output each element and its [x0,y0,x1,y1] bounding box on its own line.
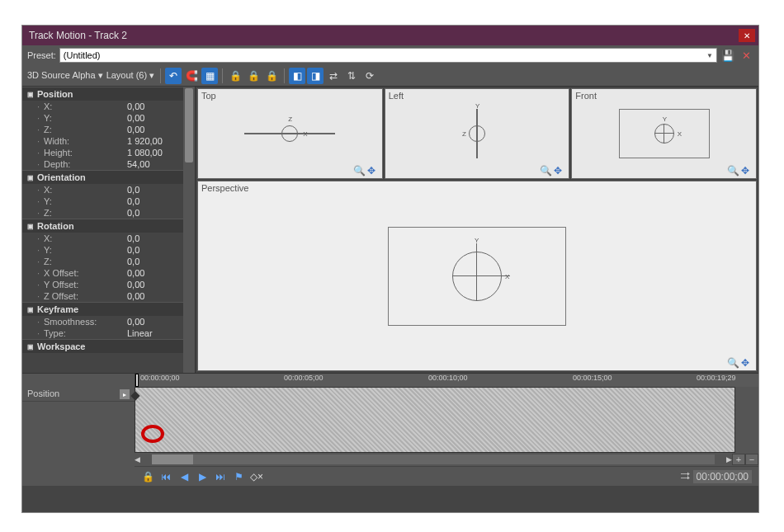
move-icon[interactable]: ✥ [741,165,753,177]
timeline-hscroll[interactable]: ◀ ▶ + − [135,453,758,466]
move-icon[interactable]: ✥ [367,165,379,177]
prop-width[interactable]: ·Width:1 920,00 [22,135,183,147]
timeline-footer: 🔒 ⏮ ◀ ▶ ⏭ ⚑ ◇× ⮆ 00:00:00;00 [135,466,758,486]
main-area: ▣Position ·X:0,00 ·Y:0,00 ·Z:0,00 ·Width… [22,87,758,373]
timeline-labels: Position ▸ [22,387,135,453]
preset-label: Preset: [27,50,56,60]
prop-zoff[interactable]: ·Z Offset:0,00 [22,290,183,302]
delete-preset-icon[interactable]: ✕ [739,48,753,63]
aspect-icon[interactable]: ◨ [307,68,324,84]
cursor-sync-icon[interactable]: ⮆ [680,471,690,483]
lock-toggle-icon[interactable]: 🔒 [141,470,154,483]
timeline-ruler[interactable]: 00:00:00;00 00:00:05;00 00:00:10;00 00:0… [135,374,758,387]
properties-panel: ▣Position ·X:0,00 ·Y:0,00 ·Z:0,00 ·Width… [22,87,196,373]
zoom-in-button[interactable]: + [732,454,745,465]
rotation-header[interactable]: ▣Rotation [22,219,183,233]
prop-type[interactable]: ·Type:Linear [22,327,183,339]
orientation-header[interactable]: ▣Orientation [22,170,183,184]
snap-icon[interactable]: 🧲 [183,68,200,84]
sidebar-scrollbar[interactable] [183,87,195,373]
keyframe-flag-icon[interactable]: ⚑ [232,470,245,483]
flip-h-icon[interactable]: ⇄ [325,68,342,84]
mode-dropdown[interactable]: 3D Source Alpha ▾ [27,70,103,81]
prop-rx[interactable]: ·X:0,0 [22,233,183,244]
prop-rz[interactable]: ·Z:0,0 [22,256,183,267]
window-title: Track Motion - Track 2 [29,30,739,41]
viewport-front[interactable]: Front Y X 🔍✥ [571,88,757,179]
timeline-vscroll[interactable] [747,387,758,453]
next-keyframe-icon[interactable]: ▶ [196,470,209,483]
timeline-track[interactable] [135,387,735,453]
prop-smooth[interactable]: ·Smoothness:0,00 [22,316,183,327]
viewports: Top Z X 🔍✥ Left Z Y [196,87,758,373]
prop-height[interactable]: ·Height:1 080,00 [22,147,183,158]
toolbar: 3D Source Alpha ▾ Layout (6) ▾ ↶ 🧲 ▦ 🔒 🔒… [22,65,758,87]
move-icon[interactable]: ✥ [554,165,565,177]
zoom-icon[interactable]: 🔍 [727,357,739,369]
prev-keyframe-icon[interactable]: ◀ [177,470,191,483]
flip-v-icon[interactable]: ⇅ [343,68,360,84]
delete-keyframe-icon[interactable]: ◇× [250,470,263,483]
rotate-icon[interactable]: ⟳ [361,68,378,84]
viewport-top[interactable]: Top Z X 🔍✥ [197,88,383,179]
viewport-left[interactable]: Left Z Y 🔍✥ [385,88,570,179]
prop-oy[interactable]: ·Y:0,0 [22,195,183,207]
prop-z[interactable]: ·Z:0,00 [22,124,183,135]
timeline-cursor[interactable] [135,374,139,387]
titlebar[interactable]: Track Motion - Track 2 ✕ [22,26,758,45]
expand-track-icon[interactable]: ▸ [120,389,130,399]
lock-y-icon[interactable]: 🔒 [245,68,262,84]
prop-x[interactable]: ·X:0,00 [22,101,183,112]
prop-oz[interactable]: ·Z:0,0 [22,207,183,219]
scale-box-icon[interactable]: ◧ [289,68,305,84]
chevron-down-icon: ▼ [706,52,713,59]
workspace-header[interactable]: ▣Workspace [22,339,183,353]
zoom-out-button[interactable]: − [745,454,758,465]
prop-ry[interactable]: ·Y:0,0 [22,244,183,256]
zoom-icon[interactable]: 🔍 [727,165,739,177]
keyframe-header[interactable]: ▣Keyframe [22,302,183,316]
prop-y[interactable]: ·Y:0,00 [22,112,183,124]
viewport-perspective[interactable]: Perspective Y X 🔍✥ [197,181,757,371]
close-button[interactable]: ✕ [739,29,755,42]
lock-x-icon[interactable]: 🔒 [227,68,243,84]
position-header[interactable]: ▣Position [22,87,183,101]
lock-z-icon[interactable]: 🔒 [263,68,280,84]
edit-box-icon[interactable]: ▦ [201,68,218,84]
preset-select[interactable]: (Untitled) ▼ [59,48,717,63]
undo-icon[interactable]: ↶ [165,68,182,84]
prop-ox[interactable]: ·X:0,0 [22,184,183,195]
last-keyframe-icon[interactable]: ⏭ [214,470,227,483]
move-icon[interactable]: ✥ [741,357,753,369]
track-motion-window: Track Motion - Track 2 ✕ Preset: (Untitl… [21,25,759,513]
prop-depth[interactable]: ·Depth:54,00 [22,158,183,170]
prop-yoff[interactable]: ·Y Offset:0,00 [22,279,183,290]
timeline: 00:00:00;00 00:00:05;00 00:00:10;00 00:0… [22,373,758,486]
zoom-icon[interactable]: 🔍 [540,165,551,177]
track-position-label[interactable]: Position ▸ [22,387,135,402]
save-preset-icon[interactable]: 💾 [720,48,735,63]
preset-bar: Preset: (Untitled) ▼ 💾 ✕ [22,45,758,65]
time-display[interactable]: 00:00:00;00 [693,470,752,483]
layout-dropdown[interactable]: Layout (6) ▾ [106,70,155,81]
zoom-icon[interactable]: 🔍 [353,165,365,177]
first-keyframe-icon[interactable]: ⏮ [159,470,172,483]
prop-xoff[interactable]: ·X Offset:0,00 [22,267,183,279]
